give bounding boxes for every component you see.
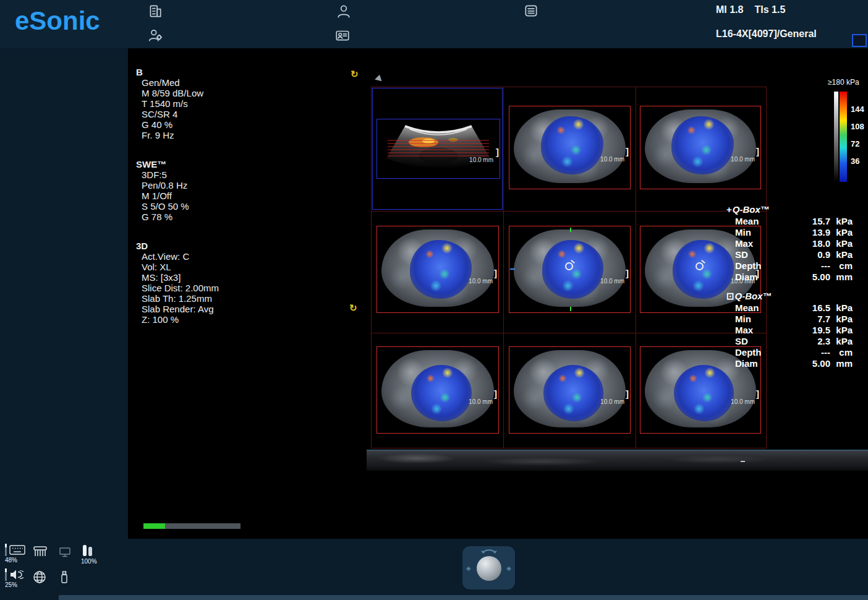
qbox-panel: +Q-Box™ Mean15.7kPa Min13.9kPa Max18.0kP…: [726, 204, 853, 369]
depth-marker: ]: [494, 388, 497, 399]
right-diamond-icon[interactable]: ◈: [506, 565, 511, 572]
progress-fill: [143, 523, 165, 529]
rotate-marker-icon: ↻: [351, 69, 359, 80]
usb-drive-icon: [59, 570, 70, 585]
param-line: MS: [3x3]: [136, 272, 219, 283]
tis-value: TIs 1.5: [754, 4, 785, 15]
report-list-icon[interactable]: [523, 3, 539, 19]
hospital-building-icon[interactable]: [147, 3, 163, 19]
colorbar-tick: 72: [851, 139, 859, 148]
fan-roi-box: [377, 119, 500, 179]
status-bar: 48% 100%: [0, 539, 868, 600]
trackball-ball[interactable]: [477, 556, 501, 581]
cursor-arrow-icon: [374, 75, 382, 84]
elastogram-overlay: [674, 365, 734, 421]
keyboard-icon: [9, 544, 26, 556]
scale-label: 10.0 mm: [731, 156, 755, 163]
depth-marker: ]: [626, 388, 629, 399]
threed-params: 3D Act.View: C Vol: XL MS: [3x3] Slice D…: [136, 241, 219, 325]
b-mode-params: B Gen/Med M 8/59 dB/Low T 1540 m/s SC/SR…: [136, 67, 219, 140]
qbox-row: Diam5.00mm: [726, 272, 853, 283]
qbox-title: ⊡Q-Box™: [726, 291, 853, 302]
scale-label: 10.0 mm: [600, 278, 624, 285]
param-line: G 78 %: [136, 212, 219, 222]
user-settings-icon[interactable]: [147, 27, 163, 43]
scale-label: 10.0 mm: [469, 156, 493, 163]
param-line: G 40 %: [136, 119, 219, 130]
comb-cleaner-control[interactable]: [32, 545, 48, 559]
param-line: M 8/59 dB/Low: [136, 88, 219, 98]
qbox-row: Depth---cm: [726, 347, 853, 358]
battery-percent: 100%: [81, 558, 97, 565]
patient-id-card-icon[interactable]: [334, 27, 351, 43]
scroll-up-button[interactable]: [852, 34, 867, 47]
param-line: Act.View: C: [136, 251, 219, 262]
elasto-color-bar: [840, 92, 847, 182]
network-globe-icon: [32, 570, 47, 585]
param-line: Vol: XL: [136, 262, 219, 272]
grayscale-bar: [834, 92, 838, 182]
qbox-row: Diam5.00mm: [726, 358, 853, 369]
slice-cell[interactable]: ] 10.0 mm: [640, 106, 761, 189]
scale-label: 10.0 mm: [469, 278, 493, 285]
slice-cell[interactable]: ] 10.0 mm: [377, 346, 499, 434]
scale-label: 10.0 mm: [600, 398, 624, 405]
slice-cell[interactable]: ] 10.0 mm: [509, 106, 631, 189]
imaging-area: B Gen/Med M 8/59 dB/Low T 1540 m/s SC/SR…: [128, 48, 868, 539]
slice-cell[interactable]: ] 10.0 mm: [509, 346, 631, 434]
multi-slice-grid: ] 10.0 mm ] 10.0 mm ] 10.0 mm ]: [371, 87, 767, 448]
qbox-row: SD0.9kPa: [726, 249, 853, 260]
patient-icon[interactable]: [336, 3, 352, 19]
depth-marker: ]: [756, 388, 759, 399]
taskbar-strip: [59, 595, 868, 600]
keyboard-percent: 48%: [5, 557, 17, 564]
keyboard-brightness-control[interactable]: 48%: [5, 544, 26, 564]
param-line: M 1/Off: [136, 191, 219, 201]
grid-divider: [503, 87, 504, 448]
network-control[interactable]: [32, 570, 47, 585]
colorbar-tick: 144: [851, 105, 864, 114]
battery-bars-control[interactable]: 100%: [81, 544, 97, 565]
roi-cursor-icon[interactable]: [565, 262, 573, 270]
scale-label: 10.0 mm: [469, 398, 493, 405]
trackball-widget[interactable]: ◈ ◈: [462, 546, 515, 589]
display-icon: [59, 547, 71, 558]
axis-tick: [570, 228, 571, 232]
ultrasound-app: eSonic: [0, 0, 868, 600]
probe-preset-label[interactable]: L16-4X[4097]/General: [716, 28, 817, 40]
display-status-control[interactable]: [59, 547, 71, 558]
rotate-arrows-icon: [480, 547, 498, 554]
b-mode-title: B: [136, 67, 219, 77]
slice-cell[interactable]: ] 10.0 mm: [377, 226, 499, 313]
slice-cell[interactable]: ] 10.0 mm: [509, 226, 631, 313]
elasto-colorbar: ≥180 kPa 144 108 72 36: [825, 78, 868, 184]
rotate-marker-icon: ↻: [349, 302, 357, 314]
grid-divider: [636, 87, 636, 448]
usb-control[interactable]: [59, 570, 70, 585]
colorbar-tick: 36: [851, 156, 859, 166]
depth-marker: ]: [756, 146, 759, 156]
elastogram-overlay: [411, 365, 472, 421]
swe-title: SWE™: [136, 159, 219, 169]
qbox-row: Min7.7kPa: [726, 314, 853, 325]
battery-bars-icon: [81, 544, 95, 557]
param-line: Slab Render: Avg: [136, 304, 219, 314]
param-line: Slab Th: 1.25mm: [136, 293, 219, 304]
param-line: Gen/Med: [136, 77, 219, 88]
esonic-logo: eSonic: [15, 6, 100, 36]
param-line: T 1540 m/s: [136, 98, 219, 109]
left-diamond-icon[interactable]: ◈: [466, 565, 471, 572]
qbox-row: Min13.9kPa: [726, 227, 853, 238]
axis-tick: [510, 268, 515, 270]
slice-cell-reference[interactable]: ] 10.0 mm: [372, 88, 503, 210]
qbox-row: Depth---cm: [726, 260, 853, 272]
volume-percent: 25%: [5, 581, 17, 588]
b-mode-fan-image: [378, 120, 499, 179]
qbox-marker-icon: ⊡: [726, 291, 735, 301]
grid-divider: [372, 211, 766, 212]
qbox-row: Max18.0kPa: [726, 238, 853, 249]
mi-value: MI 1.8: [716, 4, 743, 15]
depth-marker: ]: [626, 268, 629, 278]
volume-control[interactable]: 25%: [5, 568, 23, 588]
slider-icon: [5, 568, 7, 581]
